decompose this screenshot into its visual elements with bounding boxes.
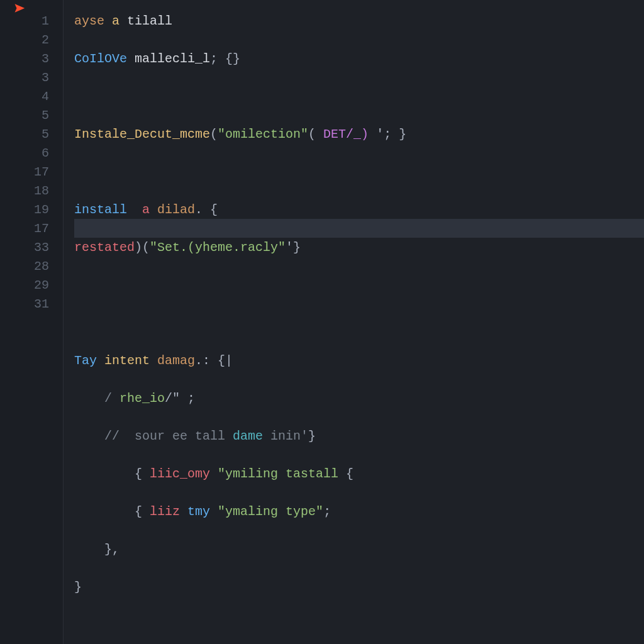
- code-token: install: [74, 203, 127, 217]
- code-line[interactable]: restated)("Set.(yheme.racly"'}: [74, 238, 644, 257]
- code-token: '; }: [376, 127, 406, 142]
- code-line[interactable]: // sour ee tall dame inin'}: [74, 426, 644, 445]
- code-token: (: [210, 127, 218, 142]
- code-token: [127, 203, 142, 217]
- code-token: (: [308, 127, 323, 142]
- code-token: inin': [263, 429, 308, 443]
- code-token: ;: [210, 52, 225, 66]
- code-token: rhe_io: [119, 391, 165, 406]
- code-line[interactable]: ayse a tilall: [74, 11, 644, 30]
- code-token: [150, 353, 157, 368]
- line-number-gutter: 123345561718191733282931: [0, 0, 63, 644]
- line-number: 31: [0, 294, 63, 313]
- code-token: /: [104, 391, 119, 406]
- code-token: damag: [157, 353, 195, 368]
- code-token: [210, 504, 218, 519]
- code-line[interactable]: [74, 275, 644, 294]
- code-token: ;: [323, 504, 331, 519]
- code-token: Instale_Decut_mcme: [74, 127, 210, 142]
- line-number: 3: [0, 68, 63, 87]
- code-line[interactable]: / rhe_io/" ;: [74, 389, 644, 408]
- code-line[interactable]: { liiz tmy "ymaling type";: [74, 502, 644, 521]
- code-token: liiz: [150, 504, 180, 519]
- code-line[interactable]: [74, 87, 644, 106]
- code-token: CoIlOVe: [74, 52, 127, 66]
- code-token: {: [135, 467, 150, 481]
- code-token: a: [112, 14, 119, 28]
- code-token: [119, 14, 127, 28]
- line-number: 17: [0, 162, 63, 181]
- code-token: . {: [195, 203, 218, 217]
- code-token: "ymaling type": [218, 504, 323, 519]
- code-token: tilall: [127, 14, 172, 28]
- code-token: liic_omy: [150, 467, 210, 481]
- code-token: [104, 14, 112, 28]
- code-token: /" ;: [165, 391, 195, 406]
- line-number: 28: [0, 257, 63, 275]
- code-line[interactable]: install a dilad. {: [74, 200, 644, 219]
- code-token: dilad: [157, 203, 195, 217]
- code-token: [97, 353, 104, 368]
- current-line-highlight: [74, 219, 644, 238]
- code-token: restated: [74, 240, 135, 255]
- code-token: Tay: [74, 353, 97, 368]
- code-line[interactable]: },: [74, 540, 644, 558]
- line-number: 1: [0, 11, 63, 30]
- code-token: )(: [135, 240, 150, 255]
- code-area[interactable]: ayse a tilallCoIlOVe mallecli_l; {}Insta…: [63, 0, 644, 644]
- line-number: 19: [0, 200, 63, 219]
- code-token: intent: [104, 353, 150, 368]
- code-line[interactable]: [74, 162, 644, 181]
- code-token: ayse: [74, 14, 104, 28]
- code-token: DET/_): [323, 127, 369, 142]
- code-token: [127, 52, 135, 66]
- code-token: },: [104, 542, 119, 557]
- line-number: 33: [0, 238, 63, 257]
- code-token: '}: [286, 240, 301, 255]
- code-line[interactable]: CoIlOVe mallecli_l; {}: [74, 49, 644, 68]
- code-token: [150, 203, 157, 217]
- line-number: 18: [0, 181, 63, 200]
- code-token: "ymiling tastall: [218, 467, 338, 481]
- code-token: {: [135, 504, 150, 519]
- line-number: 29: [0, 275, 63, 294]
- code-token: [180, 504, 187, 519]
- code-token: .: {|: [195, 353, 233, 368]
- line-number: 5: [0, 125, 63, 143]
- code-token: [369, 127, 376, 142]
- code-token: {}: [225, 52, 240, 66]
- code-token: [210, 467, 218, 481]
- line-number: 2: [0, 30, 63, 49]
- code-token: }: [74, 580, 82, 594]
- code-token: "Set.(yheme.racly": [150, 240, 286, 255]
- code-token: tmy: [187, 504, 210, 519]
- code-editor[interactable]: 123345561718191733282931 ayse a tilallCo…: [0, 0, 644, 644]
- code-token: dame: [233, 429, 263, 443]
- code-token: "omilection": [218, 127, 308, 142]
- code-line[interactable]: Tay intent damag.: {|: [74, 351, 644, 370]
- line-number: 17: [0, 219, 63, 238]
- line-number: 6: [0, 143, 63, 162]
- code-token: a: [142, 203, 150, 217]
- code-token: }: [308, 429, 316, 443]
- line-number: 5: [0, 106, 63, 125]
- code-token: // sour ee tall: [104, 429, 233, 443]
- code-line[interactable]: [74, 313, 644, 332]
- code-token: {: [338, 467, 353, 481]
- line-number: 3: [0, 49, 63, 68]
- code-line[interactable]: }: [74, 577, 644, 596]
- code-line[interactable]: { liic_omy "ymiling tastall {: [74, 464, 644, 483]
- code-line[interactable]: Instale_Decut_mcme("omilection"( DET/_) …: [74, 125, 644, 143]
- line-number: 4: [0, 87, 63, 106]
- code-token: mallecli_l: [135, 52, 210, 66]
